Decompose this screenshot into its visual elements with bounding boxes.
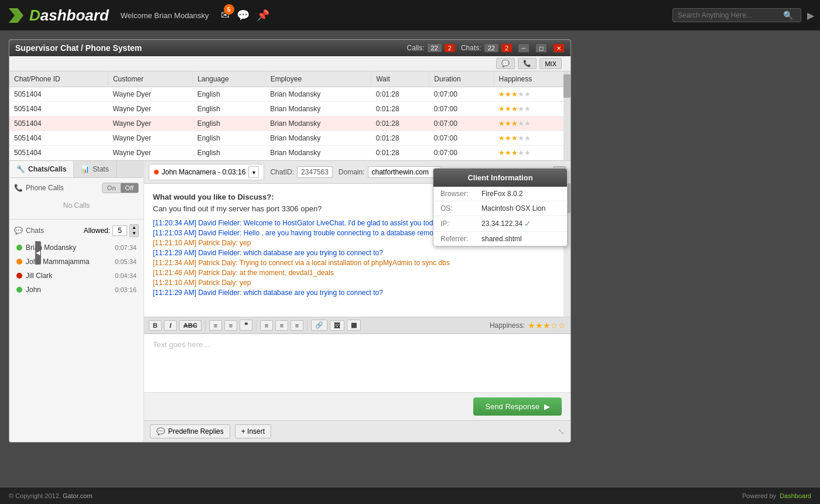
- col-duration: Duration: [429, 71, 494, 87]
- navbar-expand-arrow[interactable]: ▶: [807, 10, 814, 21]
- phone-icon: 📞: [14, 184, 23, 192]
- logo-text: Dashboard: [29, 6, 109, 25]
- col-customer: Customer: [108, 71, 192, 87]
- domain-select[interactable]: chatforthewin.com: [368, 166, 442, 178]
- happiness-section: Happiness: ★★★☆☆: [490, 321, 566, 330]
- cell-happiness: ★★★★★: [494, 116, 570, 131]
- tab-chats-calls[interactable]: 🔧 Chats/Calls: [9, 161, 74, 177]
- pin-icon: 📌: [257, 9, 269, 21]
- chat-input-area[interactable]: Text goes here....: [144, 334, 570, 392]
- col-language: Language: [193, 71, 266, 87]
- chat-agent-item[interactable]: John Mammajamma 0:05:34: [14, 255, 139, 269]
- chat-agent-list: Brian Modansky 0:07:34 John Mammajamma 0…: [14, 241, 139, 297]
- bold-button[interactable]: B: [149, 320, 162, 331]
- agent-status-dot: [16, 259, 22, 265]
- search-button[interactable]: 🔍: [783, 11, 793, 20]
- os-value: Macintosh OSX Lion: [481, 204, 545, 212]
- chat-table: Chat/Phone ID Customer Language Employee…: [9, 71, 570, 160]
- agent-name: Jill Clark: [26, 272, 52, 280]
- ip-label: IP:: [440, 220, 481, 228]
- logo[interactable]: Dashboard: [6, 5, 109, 26]
- phone-calls-text: Phone Calls: [26, 184, 64, 192]
- italic-button[interactable]: I: [164, 320, 177, 331]
- chat-id-value: 2347563: [297, 166, 333, 178]
- strikethrough-button[interactable]: ABC: [179, 320, 201, 331]
- nav-icons: ✉ 5 💬 📌: [221, 9, 672, 22]
- cell-customer: Wayne Dyer: [108, 131, 192, 146]
- ul-button[interactable]: ≡: [224, 320, 237, 331]
- online-dot: [154, 170, 159, 174]
- link-button[interactable]: 🔗: [311, 320, 327, 331]
- insert-button[interactable]: + Insert: [235, 424, 271, 438]
- phone-mode-button[interactable]: 📞: [518, 58, 537, 69]
- table-row[interactable]: 5051404 Wayne Dyer English Brian Modansk…: [9, 116, 570, 131]
- minimize-button[interactable]: ─: [518, 43, 529, 53]
- table-row[interactable]: 5051404 Wayne Dyer English Brian Modansk…: [9, 102, 570, 116]
- stepper-down-button[interactable]: ▼: [130, 231, 138, 236]
- chats-label: Chats:: [461, 44, 481, 52]
- logo-rest: ashboard: [40, 6, 109, 24]
- cell-wait: 0:01:28: [371, 146, 429, 160]
- left-sidebar: 🔧 Chats/Calls 📊 Stats 📞 Phone Calls: [9, 161, 144, 442]
- stats-label: Stats: [93, 165, 108, 173]
- close-button[interactable]: ✕: [553, 43, 565, 53]
- predefine-replies-button[interactable]: 💬 Predefine Replies: [150, 424, 230, 438]
- table-button[interactable]: ▦: [347, 320, 361, 331]
- welcome-text: Welcome Brian Modansky: [121, 11, 209, 20]
- quote-button[interactable]: ❝: [240, 320, 252, 331]
- table-scroll-area: Chat/Phone ID Customer Language Employee…: [9, 71, 570, 160]
- chat-message: [11:21:29 AM] David Fielder: which datab…: [153, 289, 562, 297]
- client-info-popup: Client Information Browser: FireFox 8.0.…: [433, 168, 568, 246]
- align-left-button[interactable]: ≡: [260, 320, 273, 331]
- search-wrap[interactable]: 🔍: [672, 8, 801, 22]
- footer-company-link[interactable]: Gator.com: [63, 492, 93, 499]
- ip-value: 23.34.122.34 ✓: [481, 219, 531, 228]
- chat-mode-button[interactable]: 💬: [496, 58, 515, 69]
- toggle-off-button[interactable]: Off: [121, 183, 138, 193]
- search-input[interactable]: [678, 11, 783, 19]
- send-response-button[interactable]: Send Response ▶: [473, 397, 562, 416]
- table-scrollbar[interactable]: [563, 71, 570, 160]
- cell-customer: Wayne Dyer: [108, 102, 192, 116]
- agent-time: 0:05:34: [115, 258, 136, 265]
- image-button[interactable]: 🖼: [330, 320, 344, 331]
- chat-agent-item[interactable]: Brian Modansky 0:07:34: [14, 241, 139, 255]
- chat-agent-item[interactable]: Jill Clark 0:04:34: [14, 269, 139, 283]
- agent-name: John: [26, 286, 41, 294]
- cell-employee: Brian Modansky: [265, 87, 371, 102]
- align-center-button[interactable]: ≡: [275, 320, 288, 331]
- toggle-on-button[interactable]: On: [102, 183, 121, 193]
- allowed-value-input[interactable]: [112, 225, 127, 236]
- pin-icon-wrap[interactable]: 📌: [257, 9, 269, 22]
- footer-brand-link[interactable]: Dashboard: [780, 492, 811, 499]
- agent-time: 0:07:34: [115, 244, 136, 251]
- table-row[interactable]: 5051404 Wayne Dyer English Brian Modansk…: [9, 87, 570, 102]
- mix-mode-button[interactable]: MIX: [539, 58, 562, 69]
- mail-badge: 5: [224, 4, 234, 15]
- tab-stats[interactable]: 📊 Stats: [74, 161, 116, 177]
- cell-duration: 0:07:00: [429, 116, 494, 131]
- restore-button[interactable]: ◻: [535, 43, 547, 53]
- cell-wait: 0:01:28: [371, 102, 429, 116]
- table-header-actions: 💬 📞 MIX: [9, 56, 570, 71]
- table-row[interactable]: 5051404 Wayne Dyer English Brian Modansk…: [9, 146, 570, 160]
- titlebar-right: Calls: 22 2 Chats: 22 2 ─ ◻ ✕: [407, 43, 565, 53]
- chat-agent-item[interactable]: John 0:03:16: [14, 283, 139, 297]
- browser-row: Browser: FireFox 8.0.2: [433, 187, 567, 201]
- chat-message: [11:21:34 AM] Patrick Daly: Trying to co…: [153, 259, 562, 267]
- mail-icon-wrap[interactable]: ✉ 5: [221, 9, 230, 22]
- stepper-up-button[interactable]: ▲: [130, 225, 138, 231]
- left-collapse-handle[interactable]: ◀: [35, 241, 41, 265]
- chats-stat-group: Chats: 22 2: [461, 44, 512, 52]
- chat-toolbar: B I ABC ≡ ≡ ❝ ≡ ≡ ≡ 🔗 🖼 ▦ Happin: [144, 317, 570, 334]
- chat-icon-wrap[interactable]: 💬: [237, 9, 250, 22]
- table-row[interactable]: 5051404 Wayne Dyer English Brian Modansk…: [9, 131, 570, 146]
- table-scrollbar-thumb[interactable]: [563, 74, 570, 98]
- align-right-button[interactable]: ≡: [291, 320, 303, 331]
- resize-handle[interactable]: ⤡: [558, 427, 565, 436]
- logo-d: D: [29, 6, 40, 24]
- ol-button[interactable]: ≡: [209, 320, 222, 331]
- cell-customer: Wayne Dyer: [108, 146, 192, 160]
- referrer-row: Referrer: shared.shtml: [433, 232, 567, 246]
- user-dropdown-button[interactable]: ▾: [248, 166, 259, 178]
